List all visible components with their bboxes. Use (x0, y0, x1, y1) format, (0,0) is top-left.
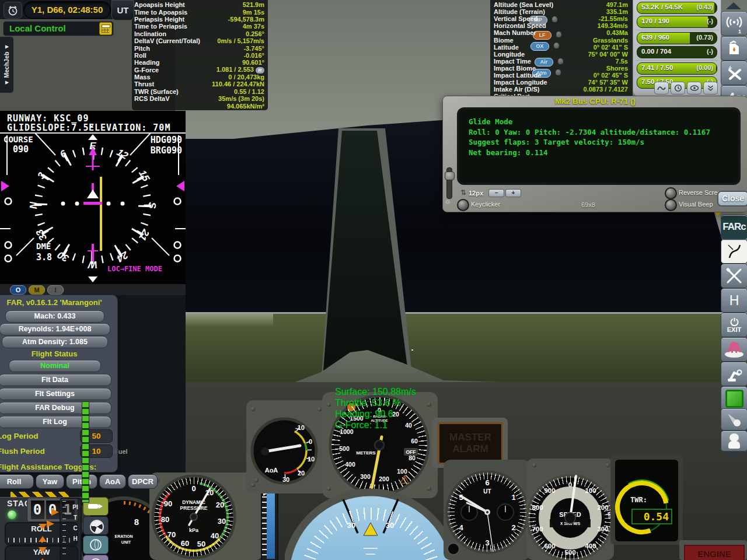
toolbar-exit-button[interactable]: EXIT (721, 313, 747, 337)
docking-mode-button[interactable] (83, 516, 109, 535)
calculator-icon[interactable] (99, 22, 112, 35)
far-toggle-yaw[interactable]: Yaw (36, 474, 64, 489)
data-value: 4m 37s (243, 23, 264, 30)
runway-light (411, 349, 413, 351)
toolbar-kraken-button[interactable] (721, 337, 747, 362)
keyclicker-toggle[interactable] (457, 199, 469, 211)
resource-timer-button[interactable] (671, 82, 685, 94)
mechjeb-tab-label: ▼ MechJeb ▼ (3, 44, 10, 86)
far-toggle-aoa[interactable]: AoA (99, 474, 126, 489)
toolbar-comet-button[interactable] (721, 408, 747, 430)
svg-text:15: 15 (137, 168, 152, 183)
toolbar-farc-button[interactable]: FARc (721, 215, 747, 239)
flap-indicator (261, 489, 278, 560)
resource-visibility-button[interactable] (687, 82, 701, 94)
far-toggle-dpcr[interactable]: DPCR (128, 474, 158, 489)
ksp-cockpit-screen: 8 ERATION UNIT 0 10 20 30 40 50 60 70 80… (0, 0, 747, 560)
kos-close-button[interactable]: Close (717, 191, 747, 206)
data-value: 521.9m (243, 1, 264, 8)
font-minus-button[interactable]: – (488, 189, 504, 197)
hsi-compass: E 12 15 S 21 24 W 30 33 N 3 6 (0, 111, 186, 284)
gauge-view-button[interactable] (83, 555, 109, 560)
toolbar-scroll-up[interactable] (726, 2, 741, 9)
airfoil-icon (725, 243, 743, 260)
toolbar-airfoil-button[interactable] (721, 239, 747, 264)
data-value: 74° 57' 35" W (588, 79, 629, 86)
toolbar-parts-button[interactable] (721, 386, 747, 411)
kerbal-icon (729, 433, 739, 442)
resource-graph-button[interactable] (654, 82, 669, 94)
toolbar-construction-button[interactable]: + (721, 61, 747, 85)
engine-button[interactable]: ENGINE (679, 540, 747, 560)
svg-text:21: 21 (137, 227, 152, 243)
far-title: FAR, v0.16.1.2 'Marangoni' (0, 298, 117, 307)
far-flt-settings-button[interactable]: Flt Settings (0, 388, 111, 400)
eye-icon (690, 85, 699, 92)
toolbar-fuel-button[interactable] (721, 36, 747, 61)
hud-surface-speed: Surface: 150.88m/s (335, 386, 416, 397)
comet-icon (725, 411, 743, 428)
graph-icon (657, 85, 666, 92)
kos-screen[interactable]: Glide Mode Roll: 0 Yaw: 0 Pitch: -2.7304… (457, 107, 741, 185)
keyclicker-label: Keyclicker (471, 201, 500, 208)
far-flt-log-button[interactable]: Flt Log (0, 416, 111, 428)
kos-dimensions: 69x8 (581, 201, 595, 208)
data-value: 90.601° (242, 59, 264, 66)
toolbar-hangar-button[interactable]: H (721, 288, 747, 313)
far-mach: Mach: 0.433 (5, 310, 104, 323)
data-label: Periapsis Height (134, 16, 184, 23)
alarm-clock-button[interactable] (4, 2, 22, 19)
font-size-icon: ⇅ (460, 188, 466, 197)
far-debug-button[interactable]: FAR Debug (0, 402, 111, 414)
brightness-icon: ☼ (444, 197, 451, 205)
data-label: Altitude (Sea Level) (494, 1, 553, 8)
data-value: Grasslands (593, 37, 628, 44)
far-log-period-label: Log Period (0, 432, 39, 440)
resource-bar-intakeair: 7.41 / 7.50(0.00) (637, 62, 717, 75)
local-control-box: Local Control (3, 21, 114, 36)
font-plus-button[interactable]: + (505, 189, 521, 197)
met-display[interactable]: Y1, D66, 02:48:50 (23, 1, 111, 19)
stage-led (8, 510, 16, 519)
kos-brightness-slider[interactable] (446, 167, 452, 199)
resource-collapse-button[interactable] (703, 82, 718, 94)
toolbar-comms-button[interactable]: 1 (721, 11, 747, 36)
hud-gforce: G-Force: 1.1 (335, 419, 416, 430)
ground-haze (186, 314, 273, 327)
toolbar-scroll-down[interactable] (726, 452, 741, 459)
resource-bar-oxidizer: 0.00 / 704(-) (637, 46, 717, 58)
data-value: 9m 15s (243, 9, 264, 16)
alarm-clock-icon (7, 5, 19, 16)
visual-beep-toggle[interactable] (665, 199, 677, 211)
data-label: Vertical Speed (494, 15, 537, 22)
toolbar-kerbal-button[interactable] (721, 430, 747, 452)
resource-bar-monoprop: 170 / 190(-) (637, 16, 717, 28)
chevron-down-icon (707, 85, 714, 92)
data-label: G-Force (134, 66, 159, 74)
far-atm-density: Atm Density: 1.085 (2, 336, 108, 348)
marker-middle[interactable]: M (29, 285, 45, 295)
data-value: 0.43Ma (606, 29, 628, 36)
gmeter-number: 8 (134, 517, 139, 527)
ut-toggle-button[interactable]: UT (111, 0, 134, 20)
data-label: Inclination (134, 30, 166, 37)
stage-digit: 0 (31, 501, 44, 519)
data-label: Impact Time (494, 58, 531, 65)
toolbar-crossed-tools-button[interactable] (721, 264, 747, 288)
far-status-nominal: Nominal (9, 360, 101, 372)
reverse-screen-toggle[interactable] (665, 187, 677, 200)
kos-terminal-window[interactable]: Mk2 Bus CPU: R-71 () Glide Mode Roll: 0 … (442, 96, 747, 212)
sas-ball-icon (90, 520, 104, 534)
resource-bar-liquidfuel: 639 / 960(0.73) (637, 32, 717, 44)
far-toggle-roll[interactable]: Roll (0, 474, 34, 489)
hsi-marker-strip: O M I (0, 284, 186, 295)
mechjeb-tab[interactable]: ▼ MechJeb ▼ (0, 36, 14, 93)
twr-value-box: 0.54 (631, 509, 672, 524)
marker-outer[interactable]: O (10, 285, 26, 295)
data-value: 0° 02' 41" S (594, 44, 628, 51)
far-flt-data-button[interactable]: Flt Data (0, 374, 111, 386)
map-view-button[interactable] (83, 536, 109, 554)
toolbar-robotics-button[interactable] (721, 362, 747, 386)
data-label: Impact Latitude (494, 72, 541, 79)
marker-inner[interactable]: I (47, 285, 64, 295)
